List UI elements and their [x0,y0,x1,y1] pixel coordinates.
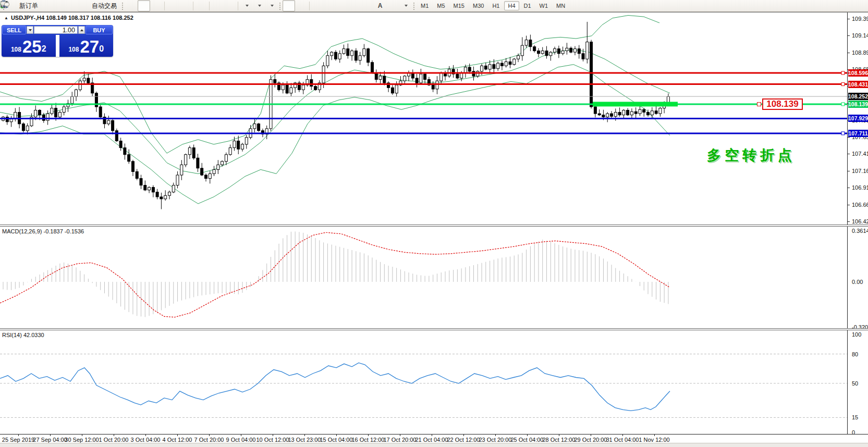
time-axis-label: 1 Nov 12:00 [639,437,669,443]
arrows-tool-button[interactable] [399,0,411,11]
price-tick-mark [848,205,850,205]
time-axis-label: 17 Oct 20:00 [384,437,417,443]
navigator-button[interactable] [66,0,79,11]
text-tool-button[interactable]: A [374,0,386,11]
buy-price-sup: 0 [99,44,104,54]
candlestick-chart-button[interactable] [138,0,150,11]
data-window-button[interactable] [54,0,66,11]
timeframe-button-m15[interactable]: M15 [450,1,468,10]
sell-button[interactable]: SELL [2,26,26,34]
toolbar-drag-handle[interactable] [121,2,124,10]
time-tick-mark [463,434,464,436]
rsi-axis-label: 50 [852,380,858,387]
fibonacci-tool-button[interactable]: F [361,0,374,11]
toolbar-drag-handle[interactable] [279,2,281,10]
price-tick-label: 109.145 [852,32,868,39]
volume-decrease-button[interactable] [27,26,33,34]
mt4-window: 新订单 [0,0,868,447]
window-bottom-strip [0,443,868,447]
time-axis[interactable]: 25 Sep 201927 Sep 04:0030 Sep 12:001 Oct… [0,434,868,443]
indicators-button[interactable] [240,0,252,11]
vertical-line-tool-button[interactable] [311,0,324,11]
sell-price-big: 25 [22,39,42,55]
price-tick-mark [848,35,850,36]
horizontal-line-tool-button[interactable] [324,0,336,11]
tile-windows-button[interactable] [195,0,207,11]
collapse-panel-icon[interactable]: ▲ [4,16,8,20]
time-tick-mark [18,434,19,436]
price-tick-mark [848,188,850,188]
sell-price-prefix: 108 [11,46,21,53]
price-callout: 108.139 [762,98,803,110]
price-chart-canvas[interactable] [0,13,847,225]
chevron-up-icon [80,29,83,31]
line-chart-button[interactable] [150,0,163,11]
market-watch-button[interactable] [41,0,54,11]
timeframe-button-h1[interactable]: H1 [488,1,503,10]
price-tick-label: 109.390 [852,16,868,22]
cursor-tool-button[interactable] [283,0,295,11]
price-callout-text: 108.139 [766,99,798,109]
chat-icon [0,0,10,8]
price-line-badge: 108.431 [848,81,868,88]
timeframe-button-mn[interactable]: MN [553,1,569,10]
price-tick-label: 107.160 [852,168,868,174]
channel-tool-button[interactable]: E [349,0,361,11]
time-tick-mark [273,434,273,436]
time-tick-mark [432,434,432,436]
text-label-tool-button[interactable]: T [386,0,399,11]
time-tick-mark [591,434,591,436]
toolbar-drag-handle[interactable] [413,2,415,10]
timeframe-button-m1[interactable]: M1 [417,1,432,10]
autotrading-button[interactable] [79,0,91,11]
timeframe-button-h4[interactable]: H4 [504,1,519,10]
time-axis-label: 21 Oct 04:00 [415,437,448,443]
sell-price-button[interactable]: 108 25 2 [2,35,56,57]
time-tick-mark [209,434,210,436]
time-axis-label: 4 Oct 12:00 [163,437,192,443]
price-tick-label: 107.410 [852,151,868,157]
callout-anchor-square [757,102,761,106]
time-tick-mark [559,434,559,436]
time-axis-label: 1 Oct 20:00 [99,437,129,443]
annotation-text: 多空转折点 [707,146,796,165]
time-tick-mark [654,434,655,436]
periods-button[interactable] [252,0,265,11]
price-line-badge: 107.711 [848,130,868,137]
trendline-tool-button[interactable] [336,0,349,11]
timeframe-button-m5[interactable]: M5 [433,1,448,10]
time-axis-label: 27 Sep 04:00 [33,437,67,443]
price-line-badge: 108.139 [848,101,868,108]
chart-shift-button[interactable] [224,0,236,11]
periods-dropdown-caret [258,5,261,7]
time-tick-mark [527,434,528,436]
auto-scroll-button[interactable] [211,0,224,11]
crosshair-tool-button[interactable] [295,0,308,11]
timeframe-button-m30[interactable]: M30 [469,1,487,10]
timeframe-button-d1[interactable]: D1 [520,1,535,10]
chat-button[interactable] [851,0,864,11]
volume-input[interactable]: 1.00 [34,26,78,34]
time-axis-label: 31 Oct 04:00 [606,437,639,443]
bar-chart-button[interactable] [125,0,138,11]
templates-button[interactable] [265,0,277,11]
rsi-axis: 1008050150 [847,330,868,434]
price-tick-label: 106.665 [852,202,868,208]
zoom-out-button[interactable] [179,0,191,11]
search-button[interactable] [839,0,851,11]
rsi-label: RSI(14) 42.0330 [2,332,44,338]
timeframe-button-w1[interactable]: W1 [536,1,552,10]
macd-canvas[interactable] [0,227,847,328]
buy-button[interactable]: BUY [85,26,113,34]
price-tick-mark [848,53,850,53]
price-tick-mark [848,221,850,222]
price-axis: 109.390109.145108.895108.650108.405108.1… [847,13,868,225]
rsi-canvas[interactable] [0,330,847,434]
buy-price-button[interactable]: 108 27 0 [59,35,114,57]
new-order-label[interactable]: 新订单 [19,2,38,10]
autotrading-label[interactable]: 自动交易 [92,2,117,10]
volume-increase-button[interactable] [78,26,85,34]
zoom-in-button[interactable] [166,0,179,11]
time-tick-mark [304,434,305,436]
buy-price-prefix: 108 [68,46,79,53]
